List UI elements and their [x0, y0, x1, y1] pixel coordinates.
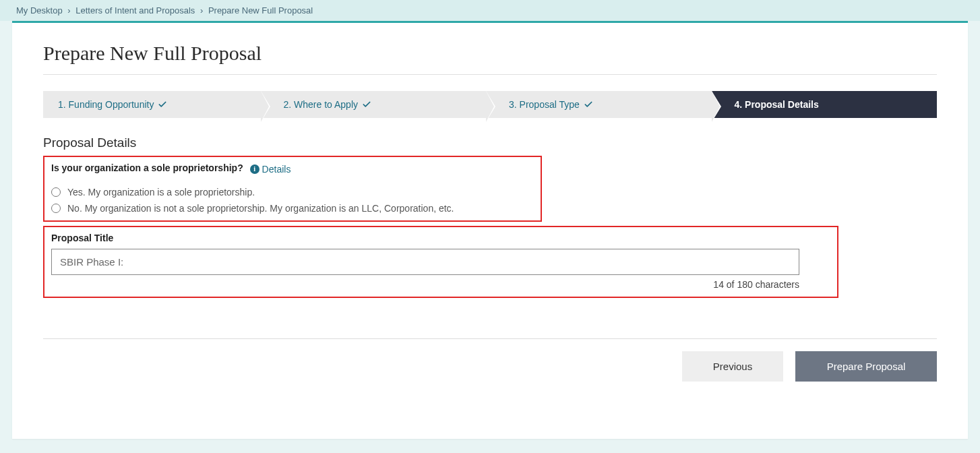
- radio-yes[interactable]: [51, 187, 61, 197]
- step-label: 4. Proposal Details: [735, 99, 819, 110]
- proposal-title-label: Proposal Title: [51, 233, 830, 243]
- details-link-text: Details: [262, 164, 291, 175]
- breadcrumb-current: Prepare New Full Proposal: [208, 5, 313, 16]
- proposal-title-input[interactable]: [51, 249, 799, 275]
- sole-prop-question: Is your organization a sole proprietorsh…: [51, 162, 243, 173]
- prepare-proposal-button[interactable]: Prepare Proposal: [795, 351, 937, 382]
- radio-yes-row[interactable]: Yes. My organization is a sole proprieto…: [51, 184, 534, 200]
- radio-no-row[interactable]: No. My organization is not a sole propri…: [51, 200, 534, 216]
- button-row: Previous Prepare Proposal: [43, 351, 937, 382]
- step-label: 1. Funding Opportunity: [58, 99, 154, 110]
- breadcrumb-link-loi[interactable]: Letters of Intent and Proposals: [75, 5, 195, 16]
- proposal-title-highlight: Proposal Title 14 of 180 characters: [43, 226, 838, 298]
- section-heading: Proposal Details: [43, 135, 937, 150]
- breadcrumb-sep: ›: [67, 5, 70, 16]
- char-count: 14 of 180 characters: [51, 279, 799, 290]
- info-icon: i: [250, 164, 259, 174]
- check-icon: [158, 100, 167, 109]
- radio-yes-label: Yes. My organization is a sole proprieto…: [67, 187, 255, 198]
- stepper: 1. Funding Opportunity 2. Where to Apply…: [43, 91, 937, 118]
- breadcrumb-sep: ›: [200, 5, 203, 16]
- previous-button[interactable]: Previous: [682, 351, 783, 382]
- radio-no-label: No. My organization is not a sole propri…: [67, 203, 454, 214]
- check-icon: [362, 100, 371, 109]
- content-card: Prepare New Full Proposal 1. Funding Opp…: [12, 21, 968, 439]
- step-label: 2. Where to Apply: [284, 99, 359, 110]
- divider: [43, 338, 937, 339]
- step-where-to-apply[interactable]: 2. Where to Apply: [261, 91, 487, 118]
- step-proposal-type[interactable]: 3. Proposal Type: [486, 91, 712, 118]
- page-title: Prepare New Full Proposal: [43, 42, 937, 75]
- step-proposal-details[interactable]: 4. Proposal Details: [712, 91, 938, 118]
- breadcrumb: My Desktop › Letters of Intent and Propo…: [0, 0, 980, 21]
- breadcrumb-link-desktop[interactable]: My Desktop: [16, 5, 63, 16]
- check-icon: [584, 100, 593, 109]
- sole-prop-highlight: Is your organization a sole proprietorsh…: [43, 156, 542, 222]
- step-funding-opportunity[interactable]: 1. Funding Opportunity: [43, 91, 261, 118]
- step-label: 3. Proposal Type: [509, 99, 580, 110]
- radio-no[interactable]: [51, 204, 61, 213]
- details-link[interactable]: i Details: [250, 164, 291, 175]
